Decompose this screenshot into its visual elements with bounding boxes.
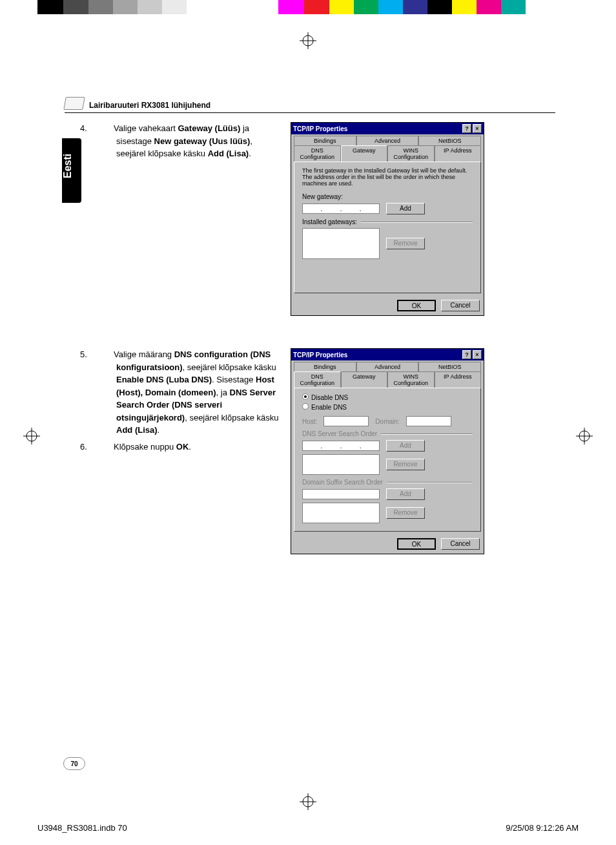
printer-color-bar — [0, 0, 616, 14]
